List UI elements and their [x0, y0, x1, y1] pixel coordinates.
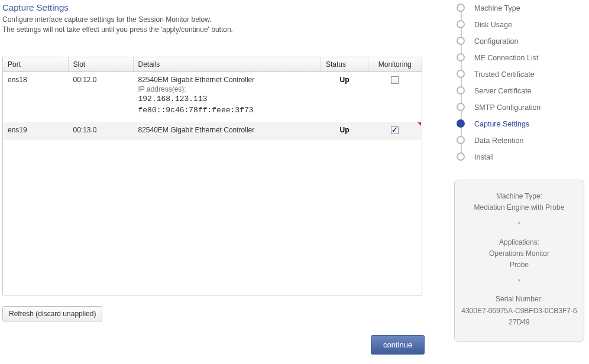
- refresh-button[interactable]: Refresh (discard unapplied): [2, 306, 102, 321]
- step-dot-icon: [457, 20, 465, 28]
- continue-button[interactable]: continue: [371, 335, 425, 355]
- step-label: Configuration: [474, 37, 518, 46]
- step-label: Capture Settings: [474, 120, 529, 128]
- table-row[interactable]: ens19 00:13.0 82540EM Gigabit Ethernet C…: [3, 122, 422, 140]
- col-monitoring[interactable]: Monitoring: [368, 57, 422, 72]
- monitoring-checkbox[interactable]: [391, 76, 399, 84]
- step-dot-icon: [457, 37, 465, 45]
- grid-empty-space: [3, 140, 422, 295]
- step-label: Data Retention: [474, 136, 523, 145]
- info-separator: *: [461, 277, 578, 288]
- cell-slot: 00:13.0: [68, 122, 133, 140]
- application-value: Operations Monitor: [461, 248, 578, 259]
- info-separator: *: [461, 219, 578, 230]
- cell-details: 82540EM Gigabit Ethernet Controller IP a…: [133, 72, 321, 122]
- step-machine-type[interactable]: Machine Type: [454, 0, 584, 17]
- col-slot[interactable]: Slot: [68, 57, 133, 72]
- cell-status: Up: [321, 122, 368, 140]
- step-dot-icon: [457, 70, 465, 78]
- step-capture-settings[interactable]: Capture Settings: [454, 116, 584, 132]
- step-install[interactable]: Install: [454, 149, 584, 165]
- step-label: Disk Usage: [474, 21, 512, 29]
- step-disk-usage[interactable]: Disk Usage: [454, 17, 584, 33]
- wizard-steps: Machine Type Disk Usage Configuration ME…: [454, 0, 584, 165]
- cell-port: ens19: [3, 122, 68, 140]
- step-label: Server Certificate: [474, 87, 532, 95]
- cell-details: 82540EM Gigabit Ethernet Controller: [133, 122, 321, 140]
- step-dot-icon: [457, 136, 465, 144]
- details-main: 82540EM Gigabit Ethernet Controller: [138, 126, 316, 134]
- step-label: Machine Type: [474, 4, 520, 12]
- step-label: ME Connection List: [474, 54, 538, 62]
- step-label: Trusted Certificate: [474, 70, 535, 79]
- step-me-connection-list[interactable]: ME Connection List: [454, 50, 584, 66]
- cell-status: Up: [321, 72, 368, 122]
- step-trusted-certificate[interactable]: Trusted Certificate: [454, 66, 584, 83]
- details-sub: IP address(es):: [138, 85, 316, 93]
- machine-type-value: Mediation Engine with Probe: [461, 202, 578, 213]
- step-dot-icon: [457, 119, 465, 128]
- system-info-box: Machine Type: Mediation Engine with Prob…: [454, 180, 584, 342]
- serial-value: 4300E7-06975A-C9BFD3-0CB3F7-627D49: [461, 306, 578, 328]
- table-row[interactable]: ens18 00:12.0 82540EM Gigabit Ethernet C…: [3, 72, 422, 122]
- step-smtp-configuration[interactable]: SMTP Configuration: [454, 99, 584, 116]
- interfaces-grid: Port Slot Details Status Monitoring ens1…: [2, 57, 422, 295]
- subtitle-line2: The settings will not take effect until …: [2, 25, 233, 34]
- applications-label: Applications:: [461, 237, 578, 248]
- step-configuration[interactable]: Configuration: [454, 33, 584, 50]
- step-dot-icon: [457, 86, 465, 95]
- ip-address: fe80::9c46:78ff:feee:3f73: [138, 105, 316, 116]
- machine-type-label: Machine Type:: [461, 191, 578, 202]
- step-dot-icon: [457, 53, 465, 61]
- step-data-retention[interactable]: Data Retention: [454, 132, 584, 149]
- application-value: Probe: [461, 259, 578, 271]
- ip-address: 192.168.123.113: [138, 93, 316, 105]
- step-dot-icon: [457, 103, 465, 111]
- serial-label: Serial Number:: [461, 294, 578, 305]
- cell-port: ens18: [3, 72, 68, 122]
- page-title: Capture Settings: [2, 2, 435, 12]
- wizard-sidebar: Machine Type Disk Usage Configuration ME…: [454, 0, 584, 342]
- col-details[interactable]: Details: [133, 57, 321, 72]
- step-label: Install: [474, 153, 494, 161]
- step-dot-icon: [457, 152, 465, 161]
- details-main: 82540EM Gigabit Ethernet Controller: [138, 76, 316, 84]
- step-label: SMTP Configuration: [474, 103, 541, 112]
- step-server-certificate[interactable]: Server Certificate: [454, 83, 584, 99]
- cell-slot: 00:12.0: [68, 72, 133, 122]
- col-status[interactable]: Status: [321, 57, 368, 72]
- grid-header-row: Port Slot Details Status Monitoring: [3, 57, 422, 72]
- monitoring-checkbox[interactable]: [391, 126, 399, 134]
- col-port[interactable]: Port: [3, 57, 68, 72]
- step-dot-icon: [457, 4, 465, 12]
- main-content: Capture Settings Configure interface cap…: [0, 0, 435, 321]
- subtitle-line1: Configure interface capture settings for…: [2, 15, 212, 24]
- cell-monitoring: [368, 72, 422, 122]
- cell-monitoring: [368, 122, 422, 140]
- page-subtitle: Configure interface capture settings for…: [2, 15, 435, 35]
